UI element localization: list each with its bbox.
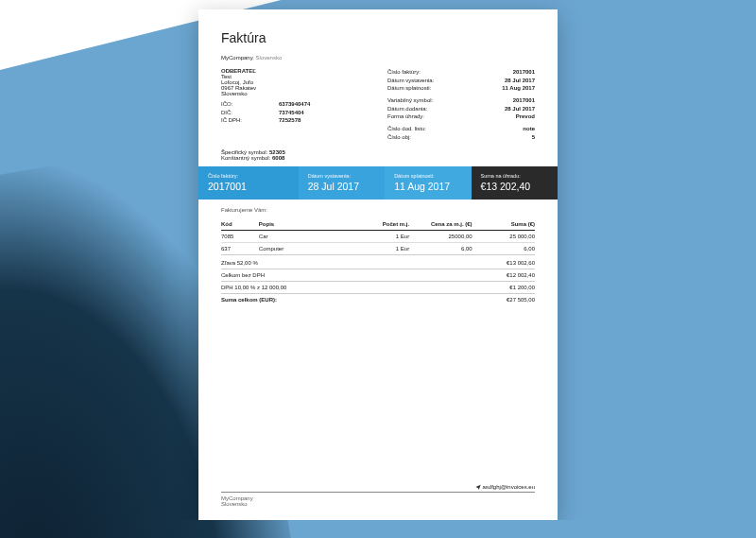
th-qty: Počet m.j. bbox=[352, 218, 409, 231]
invoice-note: Fakturujeme Vám: bbox=[221, 207, 535, 213]
konst-symbol: 6008 bbox=[272, 155, 284, 161]
customer-block: ODBERATEĽ Test Lofocoj, Jufo 0967 Rakate… bbox=[221, 68, 369, 142]
meta-due: 11 Aug 2017 bbox=[491, 84, 535, 93]
summary-banner: Číslo faktúry:2017001 Dátum vystavenia:2… bbox=[198, 166, 558, 200]
th-desc: Popis bbox=[259, 218, 353, 231]
meta-order: 5 bbox=[491, 133, 535, 142]
meta-number: 2017001 bbox=[491, 68, 535, 77]
symbols-block: Špecifický symbol: 52305 Konštantný symb… bbox=[221, 149, 535, 161]
footer-country: Slovensko bbox=[221, 501, 535, 507]
meta-payment: Prevod bbox=[491, 113, 535, 121]
summary-row: DPH 10,00 % z 12 000,00€1 200,00 bbox=[221, 282, 535, 294]
banner-total: €13 202,40 bbox=[481, 181, 548, 192]
banner-issue: 28 Jul 2017 bbox=[308, 181, 375, 192]
meta-block: Číslo faktúry:2017001 Dátum vystavenia:2… bbox=[387, 68, 535, 142]
send-icon bbox=[475, 484, 481, 490]
banner-due: 11 Aug 2017 bbox=[394, 181, 461, 192]
th-sum: Suma (€) bbox=[472, 218, 535, 231]
document-title: Faktúra bbox=[221, 30, 535, 45]
footer-link[interactable]: asdfghj@invoices.eu bbox=[221, 484, 535, 493]
line-items-table: Kód Popis Počet m.j. Cena za m.j. (€) Su… bbox=[221, 218, 535, 255]
summary-row: Celkom bez DPH€12 002,40 bbox=[221, 269, 535, 282]
meta-supply: 28 Jul 2017 bbox=[491, 105, 535, 113]
table-row: 7085Car1 Eur25000,0025 000,00 bbox=[221, 230, 535, 242]
company-line: MyCompany, Slovensko bbox=[221, 55, 535, 61]
banner-number: 2017001 bbox=[208, 181, 289, 192]
company-name: MyCompany bbox=[221, 55, 252, 61]
page-footer: asdfghj@invoices.eu MyCompany Slovensko bbox=[221, 484, 535, 507]
th-code: Kód bbox=[221, 218, 259, 231]
meta-delivery: note bbox=[491, 125, 535, 133]
invoice-page: Faktúra MyCompany, Slovensko ODBERATEĽ T… bbox=[198, 9, 558, 520]
th-price: Cena za m.j. (€) bbox=[409, 218, 472, 231]
customer-ico: 6373940474 bbox=[279, 100, 310, 109]
meta-var: 2017001 bbox=[491, 96, 535, 105]
customer-dic: 73745404 bbox=[279, 109, 304, 117]
customer-icdph: 7252578 bbox=[279, 116, 301, 125]
table-row: 637Computer1 Eur6,006,00 bbox=[221, 242, 535, 254]
total-row: Suma celkom (EUR):€27 505,00 bbox=[221, 294, 535, 305]
summary-row: Zľava 52,00 %€13 002,60 bbox=[221, 257, 535, 269]
company-country: Slovensko bbox=[256, 55, 283, 61]
meta-issue: 28 Jul 2017 bbox=[491, 77, 535, 85]
totals-block: Zľava 52,00 %€13 002,60Celkom bez DPH€12… bbox=[221, 257, 535, 305]
